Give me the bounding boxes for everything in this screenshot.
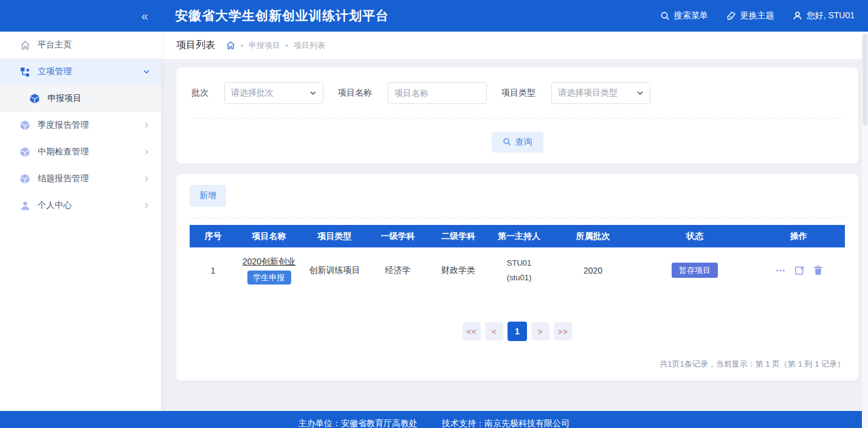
more-actions-icon[interactable] xyxy=(775,265,786,276)
status-cell: 暂存项目 xyxy=(636,263,753,278)
discipline2-cell: 财政学类 xyxy=(428,265,489,276)
column-header: 二级学科 xyxy=(428,231,489,242)
sidebar-item-label: 季度报告管理 xyxy=(38,120,89,131)
actions-cell xyxy=(753,265,844,276)
sidebar-item-quarterly-report[interactable]: 季度报告管理 xyxy=(0,112,161,139)
breadcrumb-separator xyxy=(241,44,243,47)
chevron-down-icon xyxy=(143,68,150,75)
pagination-prev-button[interactable]: < xyxy=(485,322,503,340)
sidebar-item-label: 申报项目 xyxy=(47,93,81,104)
user-greeting: 您好, STU01 xyxy=(807,10,855,21)
project-type-select[interactable]: 请选择项目类型 xyxy=(551,82,650,104)
leader-name: STU01 xyxy=(507,257,531,269)
table-row: 1 2020创新创业 学生申报 创新训练项目 经济学 财政学类 STU01 (s… xyxy=(190,247,845,293)
chevron-right-icon xyxy=(143,122,150,129)
column-header: 所属批次 xyxy=(549,231,636,242)
cube-icon xyxy=(29,93,40,104)
discipline1-cell: 经济学 xyxy=(368,265,428,276)
project-name-cell: 2020创新创业 学生申报 xyxy=(236,257,301,285)
filter-divider xyxy=(191,118,843,119)
scrollbar-thumb[interactable] xyxy=(863,34,867,125)
cube-icon xyxy=(19,173,30,184)
status-badge: 暂存项目 xyxy=(672,263,718,278)
breadcrumb: 项目列表 申报项目 项目列表 xyxy=(161,32,868,60)
user-menu[interactable]: 您好, STU01 xyxy=(793,10,855,21)
project-name-input[interactable] xyxy=(388,82,487,104)
pagination-summary: 共1页1条记录，当前显示：第 1 页（第 1 到 1 记录） xyxy=(660,359,845,370)
page-scrollbar[interactable] xyxy=(862,32,868,428)
page-title: 项目列表 xyxy=(176,39,215,52)
cube-icon xyxy=(19,147,30,157)
sidebar-item-midterm-check[interactable]: 中期检查管理 xyxy=(0,139,161,165)
search-icon xyxy=(660,11,670,21)
search-icon xyxy=(503,137,511,148)
change-theme-label: 更换主题 xyxy=(740,10,774,21)
content: 批次 请选择批次 项目名称 项目类型 请选择项目类型 xyxy=(161,60,868,381)
sidebar-item-label: 中期检查管理 xyxy=(38,147,89,157)
breadcrumb-item: 申报项目 xyxy=(249,40,280,51)
sidebar: 平台主页 立项管理 申报项目 季度报告管理 中期检查管理 xyxy=(0,32,161,411)
home-icon xyxy=(19,40,30,50)
batch-cell: 2020 xyxy=(549,266,636,275)
project-type-cell: 创新训练项目 xyxy=(301,265,368,276)
add-button[interactable]: 新增 xyxy=(190,185,226,207)
delete-icon[interactable] xyxy=(813,265,823,275)
app-title: 安徽省大学生创新创业训练计划平台 xyxy=(175,0,389,32)
filter-row: 批次 请选择批次 项目名称 项目类型 请选择项目类型 xyxy=(191,82,843,104)
chevron-right-icon xyxy=(143,148,150,156)
person-icon xyxy=(19,200,30,211)
pagination-last-button[interactable]: >> xyxy=(554,322,572,340)
column-header: 第一主持人 xyxy=(489,231,549,242)
batch-label: 批次 xyxy=(191,88,208,98)
project-type-select-placeholder: 请选择项目类型 xyxy=(558,88,618,98)
project-type-label: 项目类型 xyxy=(501,88,536,98)
column-header: 项目名称 xyxy=(236,231,301,242)
query-button-label: 查询 xyxy=(515,137,532,148)
project-name-link[interactable]: 2020创新创业 xyxy=(243,257,295,268)
change-theme-button[interactable]: 更换主题 xyxy=(726,10,774,21)
breadcrumb-home-icon[interactable] xyxy=(226,41,235,50)
column-header: 一级学科 xyxy=(368,231,428,242)
breadcrumb-separator xyxy=(286,44,288,47)
column-header: 序号 xyxy=(190,231,236,242)
row-index: 1 xyxy=(190,266,236,275)
chevron-down-icon xyxy=(636,89,644,97)
page-footer: 主办单位：安徽省教育厅高教处 技术支持：南京先极科技有限公司 xyxy=(0,411,868,428)
search-menu-button[interactable]: 搜索菜单 xyxy=(660,10,708,21)
project-table: 序号 项目名称 项目类型 一级学科 二级学科 第一主持人 所属批次 状态 操作 … xyxy=(190,225,845,293)
sidebar-collapse-icon[interactable]: « xyxy=(133,0,157,32)
pagination-page-1[interactable]: 1 xyxy=(508,322,527,341)
batch-select-placeholder: 请选择批次 xyxy=(231,88,274,98)
header-actions: 搜索菜单 更换主题 您好, STU01 xyxy=(660,0,855,32)
chevron-down-icon xyxy=(309,89,317,97)
column-header: 操作 xyxy=(753,231,844,242)
pagination-first-button[interactable]: << xyxy=(463,322,481,340)
sidebar-item-project-management[interactable]: 立项管理 xyxy=(0,58,161,85)
table-header: 序号 项目名称 项目类型 一级学科 二级学科 第一主持人 所属批次 状态 操作 xyxy=(190,225,845,247)
sitemap-icon xyxy=(19,66,30,77)
chevron-right-icon xyxy=(143,202,150,209)
query-button[interactable]: 查询 xyxy=(492,132,543,153)
batch-select[interactable]: 请选择批次 xyxy=(224,82,323,104)
search-menu-label: 搜索菜单 xyxy=(674,10,708,21)
table-divider xyxy=(190,218,845,218)
theme-icon xyxy=(726,11,736,21)
leader-cell: STU01 (stu01) xyxy=(489,257,549,284)
table-card: 新增 序号 项目名称 项目类型 一级学科 二级学科 第一主持人 所属批次 状态 … xyxy=(176,174,858,381)
sidebar-item-label: 立项管理 xyxy=(38,66,72,77)
edit-icon[interactable] xyxy=(794,265,805,275)
sidebar-item-label: 结题报告管理 xyxy=(38,173,89,184)
column-header: 状态 xyxy=(636,231,753,242)
sidebar-item-declare-project[interactable]: 申报项目 xyxy=(0,85,161,112)
user-icon xyxy=(793,11,802,21)
sidebar-item-final-report[interactable]: 结题报告管理 xyxy=(0,165,161,192)
cube-icon xyxy=(19,120,30,131)
project-name-label: 项目名称 xyxy=(338,88,372,98)
breadcrumb-item: 项目列表 xyxy=(294,40,325,51)
pagination: << < 1 > >> xyxy=(190,322,845,341)
leader-account: (stu01) xyxy=(507,272,531,284)
sidebar-item-personal-center[interactable]: 个人中心 xyxy=(0,192,161,219)
pagination-next-button[interactable]: > xyxy=(531,322,549,340)
sidebar-item-home[interactable]: 平台主页 xyxy=(0,32,161,58)
apply-type-badge: 学生申报 xyxy=(247,271,291,285)
